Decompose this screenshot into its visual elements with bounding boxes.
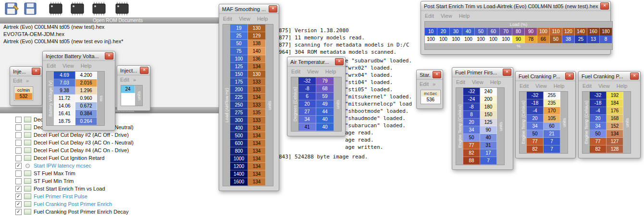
checkbox[interactable]	[15, 124, 22, 131]
value-cell[interactable]: 168	[607, 115, 623, 122]
axis-cell[interactable]: 80	[512, 28, 525, 36]
axis-cell[interactable]: 27	[298, 108, 316, 116]
axis-cell[interactable]: 41	[298, 123, 316, 131]
axis-cell[interactable]: 110	[550, 28, 562, 36]
close-icon[interactable]	[32, 68, 40, 75]
value-cell[interactable]: 79	[316, 77, 334, 85]
checkbox[interactable]	[15, 170, 22, 177]
axis-cell[interactable]: 20	[437, 28, 450, 36]
axis-cell[interactable]: 500	[230, 132, 248, 140]
value-cell[interactable]: 7	[480, 157, 497, 165]
value-cell[interactable]: 17	[480, 149, 497, 157]
value-cell[interactable]: 31	[480, 142, 497, 149]
rom-document-item[interactable]: Airtrek (Evo) C00LM4N td05 (new test).he…	[0, 24, 235, 31]
window-fuel-primer-first-pulse[interactable]: Fuel Primer Firs... Edit View Help Engin…	[452, 67, 513, 170]
window-fuel-cranking-enrich[interactable]: Fuel Cranking P... Edit View Help Engine…	[515, 71, 576, 158]
value-cell[interactable]: 134	[248, 147, 266, 155]
window-titlebar[interactable]: Post Start Enrich Trim vs Load-Airtrek (…	[421, 1, 610, 11]
window-titlebar[interactable]: MAF Smoothing ...	[219, 4, 279, 14]
close-icon[interactable]	[630, 72, 639, 80]
value-cell[interactable]: 59	[316, 93, 334, 100]
value-cell[interactable]: 8	[600, 36, 612, 43]
window-fuel-cranking-decay[interactable]: Fuel Cranking P... Edit View Help Engine…	[578, 71, 641, 158]
value-cell[interactable]: 105	[544, 115, 560, 122]
menu-edit[interactable]: Edit	[47, 63, 56, 69]
value-cell[interactable]: 135	[248, 109, 266, 117]
value-cell[interactable]: 130	[248, 71, 266, 78]
axis-cell[interactable]: -4	[527, 107, 544, 115]
scalar-value-cell[interactable]: 536	[421, 96, 440, 103]
close-icon[interactable]	[600, 2, 609, 10]
window-titlebar[interactable]: Inject...	[117, 66, 150, 75]
tree-item-label[interactable]: ST Fuel Max Trim	[34, 170, 75, 176]
axis-cell[interactable]: 20	[527, 115, 544, 122]
axis-cell[interactable]: 16.41	[54, 110, 75, 118]
menu-overflow-icon[interactable]: »	[433, 81, 435, 87]
value-cell[interactable]: 100	[462, 36, 475, 43]
axis-cell[interactable]: 600	[230, 140, 248, 147]
window-air-temperature[interactable]: Air Temperatur... Edit View Help Degrees…	[287, 57, 346, 136]
axis-cell[interactable]: 60	[487, 28, 500, 36]
window-injector-battery-voltage[interactable]: Injector Battery Volta... Edit View Help…	[42, 51, 115, 131]
axis-cell[interactable]: -18	[527, 99, 544, 107]
value-cell[interactable]: 133	[248, 86, 266, 94]
axis-cell[interactable]: 200	[230, 86, 248, 94]
menu-view[interactable]: View	[239, 16, 250, 22]
value-cell[interactable]: 40	[316, 116, 334, 123]
value-cell[interactable]: 100	[450, 36, 462, 43]
value-cell[interactable]: 78	[525, 36, 537, 43]
menu-help[interactable]: Help	[490, 79, 501, 85]
value-cell[interactable]: 134	[248, 163, 266, 170]
menu-edit[interactable]: Edit	[420, 81, 429, 87]
value-cell[interactable]: 140	[248, 48, 266, 55]
axis-cell[interactable]: 77	[590, 138, 607, 145]
value-cell[interactable]: 200	[480, 96, 497, 103]
checkbox[interactable]	[15, 155, 22, 161]
axis-cell[interactable]: 34	[298, 116, 316, 123]
axis-cell[interactable]: 250	[230, 101, 248, 109]
window-titlebar[interactable]: Fuel Primer Firs...	[452, 68, 513, 77]
menu-help[interactable]: Help	[617, 83, 628, 89]
axis-cell[interactable]: 70	[500, 28, 512, 36]
value-cell[interactable]: 50	[550, 36, 562, 43]
axis-cell[interactable]: 34	[527, 122, 544, 130]
value-cell[interactable]: 1.296	[75, 87, 97, 95]
window-injector-scaling[interactable]: Inje... Edit » cc/min 532	[10, 66, 42, 106]
axis-cell[interactable]: 50	[527, 130, 544, 138]
rom-document-item[interactable]: Airtrek (Evo) C00LM4N td05 (new test evo…	[0, 38, 235, 45]
checkbox[interactable]	[15, 209, 22, 215]
value-cell[interactable]: 2.016	[75, 79, 97, 87]
tree-item[interactable]: Decel Fuel Cut Delay #4 (AC On - Drive)	[0, 146, 235, 154]
axis-cell[interactable]: 7.03	[54, 79, 75, 87]
value-cell[interactable]: 0.960	[75, 95, 97, 102]
value-cell[interactable]: 7	[544, 138, 560, 145]
axis-cell[interactable]: 140	[575, 28, 587, 36]
close-icon[interactable]	[433, 71, 441, 78]
value-cell[interactable]: 133	[248, 78, 266, 86]
axis-cell[interactable]: 19	[230, 24, 248, 32]
value-cell[interactable]: 60	[544, 122, 560, 130]
value-cell[interactable]: 192	[607, 92, 623, 99]
axis-cell[interactable]: 175	[230, 78, 248, 86]
close-icon[interactable]	[565, 72, 574, 80]
axis-cell[interactable]: 800	[230, 147, 248, 155]
axis-cell[interactable]: 180	[600, 28, 612, 36]
menu-edit[interactable]: Edit	[425, 13, 434, 19]
menu-edit[interactable]: Edit	[520, 83, 529, 89]
axis-cell[interactable]: 50	[475, 28, 487, 36]
window-post-start-enrich[interactable]: Post Start Enrich Trim vs Load-Airtrek (…	[421, 1, 611, 55]
value-cell[interactable]: 134	[248, 155, 266, 163]
rom-chip-icon[interactable]	[114, 1, 130, 16]
window-maf-smoothing[interactable]: MAF Smoothing ... Edit View Help Load (A…	[219, 4, 279, 191]
checkbox[interactable]	[15, 186, 22, 192]
axis-cell[interactable]: -24	[463, 96, 480, 103]
value-cell[interactable]: 134	[607, 130, 623, 138]
close-icon[interactable]	[335, 58, 344, 65]
value-cell[interactable]: 134	[248, 63, 266, 71]
axis-cell[interactable]: 400	[230, 124, 248, 132]
axis-cell[interactable]: -18	[590, 99, 607, 107]
rom-document-item[interactable]: EVO7GTA-OEM-JDM.hex	[0, 31, 235, 38]
axis-cell[interactable]: 100	[230, 55, 248, 63]
value-cell[interactable]: 68	[316, 85, 334, 93]
tree-item[interactable]: ST Fuel Max Trim	[0, 169, 235, 177]
